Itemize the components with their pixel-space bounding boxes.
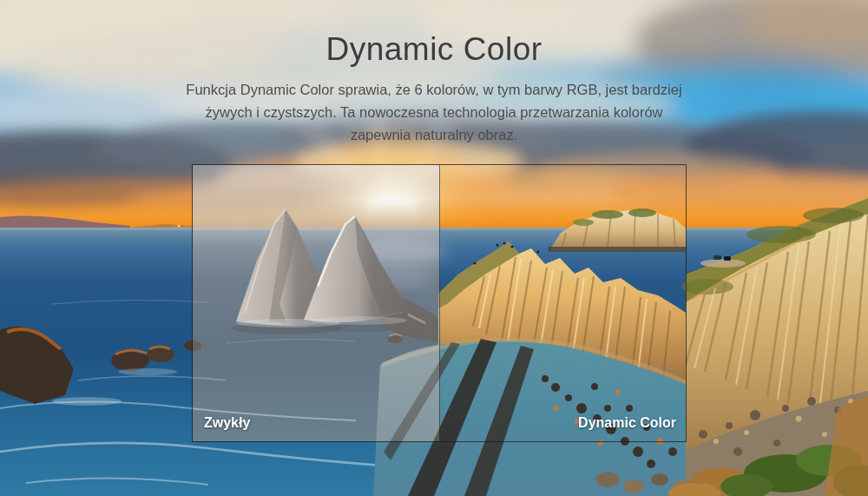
section-description: Funkcja Dynamic Color sprawia, że 6 kolo… bbox=[174, 78, 694, 146]
dynamic-color-section: Dynamic Color Funkcja Dynamic Color spra… bbox=[0, 0, 868, 496]
normal-pane-label: Zwykły bbox=[204, 415, 250, 431]
comparison-frame: Zwykły Dynamic Color bbox=[192, 164, 687, 442]
comparison-normal-pane: Zwykły bbox=[193, 165, 440, 441]
section-copy: Dynamic Color Funkcja Dynamic Color spra… bbox=[0, 31, 868, 146]
page-title: Dynamic Color bbox=[0, 31, 868, 68]
dynamic-pane-label: Dynamic Color bbox=[578, 415, 676, 431]
comparison-dynamic-pane: Dynamic Color bbox=[440, 165, 686, 441]
